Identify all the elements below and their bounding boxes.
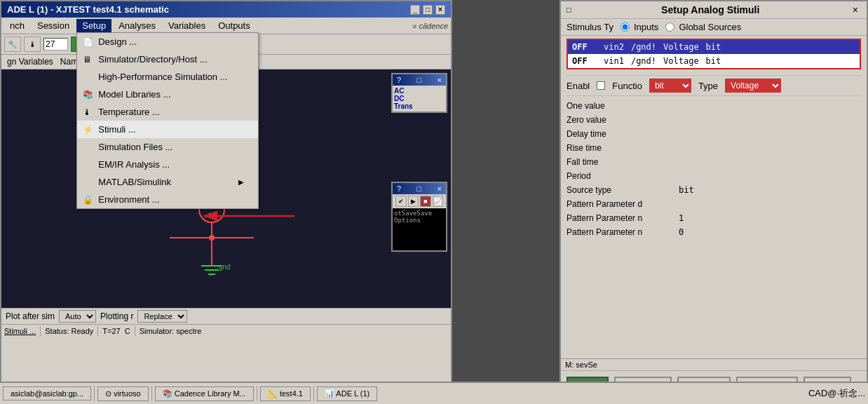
param-pattern-n1: Pattern Parameter n 1: [567, 211, 861, 225]
sep-2: [97, 326, 98, 336]
param-pattern-d: Pattern Parameter d: [567, 197, 861, 211]
menu-stimuli[interactable]: ⚡ Stimuli ...: [77, 121, 258, 138]
replace-select[interactable]: Replace: [137, 310, 187, 323]
pattern-d-label: Pattern Parameter d: [567, 199, 679, 209]
signal-row-vin2[interactable]: OFF vin2 /gnd! Voltage bit: [568, 40, 860, 54]
variables-label: gn Variables: [7, 57, 53, 67]
model-icon: 📚: [83, 90, 93, 100]
enable-checkbox[interactable]: [597, 81, 605, 90]
signal-row-vin1[interactable]: OFF vin1 /gnd! Voltage bit: [568, 54, 860, 68]
menu-hps[interactable]: High-Performance Simulation ...: [77, 68, 258, 86]
taskbar-virtuoso[interactable]: ⊙ virtuoso: [97, 386, 149, 401]
menu-matlab[interactable]: MATLAB/Simulink ▶: [77, 173, 258, 191]
menu-outputs[interactable]: Outputs: [212, 19, 256, 32]
menu-session[interactable]: Session: [32, 19, 75, 32]
m-status-text: M: sevSe: [565, 361, 597, 369]
dialog-minimize[interactable]: □: [567, 6, 571, 14]
sep-3: [135, 326, 135, 336]
period-label: Period: [567, 171, 679, 181]
toolbar-btn-1[interactable]: 🔧: [4, 36, 21, 52]
source-type-label: Source type: [567, 185, 679, 195]
taskbar-right: CAD@·祈念...: [808, 387, 865, 400]
menu-environment[interactable]: 🔒 Environment ...: [77, 191, 258, 208]
plotting-label: Plotting r: [100, 311, 133, 321]
menu-simulator[interactable]: 🖥 Simulator/Directory/Host ...: [77, 50, 258, 68]
adel-titlebar: ADE L (1) - XJTEST test4.1 schematic _ □…: [1, 1, 451, 18]
taskbar-sep-1: [94, 386, 95, 401]
taskbar-adel[interactable]: 📊 ADE L (1): [317, 386, 377, 401]
stimuli-icon: ⚡: [83, 125, 93, 135]
menu-emir[interactable]: EM/IR Analysis ...: [77, 156, 258, 173]
enable-row: Enabl Functio bit Type Voltage: [567, 75, 861, 96]
global-sources-radio-btn[interactable]: [665, 22, 674, 32]
one-value-label: One value: [567, 101, 679, 111]
global-sources-label: Global Sources: [679, 22, 741, 32]
adel-titlebar-buttons: _ □ ×: [410, 5, 445, 15]
pattern-n0-label: Pattern Parameter n: [567, 227, 679, 237]
param-pattern-n0: Pattern Parameter n 0: [567, 225, 861, 239]
inputs-radio: Inputs: [621, 22, 658, 32]
mini-btn-graph[interactable]: 📈: [433, 196, 444, 207]
signal-status-vin1: OFF: [572, 56, 597, 66]
inner-content: otSaveSave Options: [393, 208, 446, 250]
pattern-n0-val: 0: [679, 227, 684, 237]
sep-1: [40, 326, 41, 336]
inner-window-1-content: AC DC Trans: [393, 86, 446, 112]
mini-btn-stop[interactable]: ■: [420, 196, 431, 207]
temp-label: T=27: [102, 327, 120, 335]
params-area: Enabl Functio bit Type Voltage One value…: [561, 72, 867, 358]
fall-label: Fall time: [567, 157, 679, 167]
taskbar-cadence-lib[interactable]: 📚 Cadence Library M...: [155, 386, 254, 401]
inputs-label: Inputs: [634, 22, 658, 32]
plot-select[interactable]: Auto: [59, 310, 96, 323]
restore-button[interactable]: □: [423, 5, 433, 15]
signal-net-vin2: /gnd!: [631, 42, 656, 52]
signal-subtype-vin2: bit: [706, 42, 721, 52]
menu-model[interactable]: 📚 Model Libraries ...: [77, 86, 258, 103]
signal-name-vin2: vin2: [604, 42, 624, 52]
taskbar-test4[interactable]: 📐 test4.1: [260, 386, 311, 401]
temp-input[interactable]: [43, 38, 68, 50]
inner-window-2-title: ? □ ×: [393, 183, 446, 194]
zero-value-label: Zero value: [567, 115, 679, 125]
m-status: M: sevSe: [561, 358, 867, 370]
unit-label: C: [125, 327, 130, 335]
global-sources-radio: Global Sources: [665, 22, 741, 32]
mini-btn-2[interactable]: ▶: [408, 196, 419, 207]
pattern-n1-val: 1: [679, 213, 684, 223]
menu-simfiles[interactable]: Simulation Files ...: [77, 138, 258, 156]
stimulus-type-row: Stimulus Ty Inputs Global Sources: [561, 19, 867, 36]
menu-temp[interactable]: 🌡 Temperature ...: [77, 103, 258, 121]
inputs-radio-btn[interactable]: [621, 22, 630, 32]
stimuli-dialog: □ Setup Analog Stimuli × Stimulus Ty Inp…: [560, 0, 868, 404]
menu-variables[interactable]: Variables: [163, 19, 211, 32]
taskbar-sep-3: [257, 386, 257, 401]
signal-net-vin1: /gnd!: [631, 56, 656, 66]
menu-analyses[interactable]: Analyses: [113, 19, 161, 32]
inner-window-1-title: ? □ ×: [393, 74, 446, 86]
lock-icon: 🔒: [83, 195, 93, 205]
signal-name-vin1: vin1: [604, 56, 624, 66]
dialog-titlebar: □ Setup Analog Stimuli ×: [561, 1, 867, 19]
svg-text:gnd: gnd: [219, 263, 231, 271]
taskbar-asiclab[interactable]: asiclab@asiclab:gp...: [3, 386, 91, 400]
adel-bottombar: Stimuli ... Status: Ready T=27 C Simulat…: [1, 324, 451, 337]
menu-nch[interactable]: nch: [4, 19, 30, 32]
plot-label: Plot after sim: [6, 311, 55, 321]
close-button[interactable]: ×: [435, 5, 445, 15]
type-label: Type: [698, 81, 718, 91]
dialog-close[interactable]: ×: [850, 4, 861, 15]
param-one-value: One value: [567, 99, 861, 113]
stimuli-label[interactable]: Stimuli ...: [4, 327, 36, 335]
inner-window-1: ? □ × AC DC Trans: [391, 73, 447, 113]
toolbar-btn-2[interactable]: 🌡: [24, 36, 41, 52]
menu-design[interactable]: 📄 Design ...: [77, 33, 258, 50]
minimize-button[interactable]: _: [410, 5, 420, 15]
adel-menubar: nch Session Setup 📄 Design ... 🖥 Simulat…: [1, 18, 451, 34]
function-select[interactable]: bit: [649, 79, 691, 93]
mini-btn-1[interactable]: ✔: [395, 196, 407, 207]
type-select[interactable]: Voltage: [725, 79, 781, 93]
menu-setup[interactable]: Setup 📄 Design ... 🖥 Simulator/Directory…: [76, 19, 111, 32]
enable-label: Enabl: [567, 81, 590, 91]
setup-dropdown: 📄 Design ... 🖥 Simulator/Directory/Host …: [76, 32, 259, 209]
